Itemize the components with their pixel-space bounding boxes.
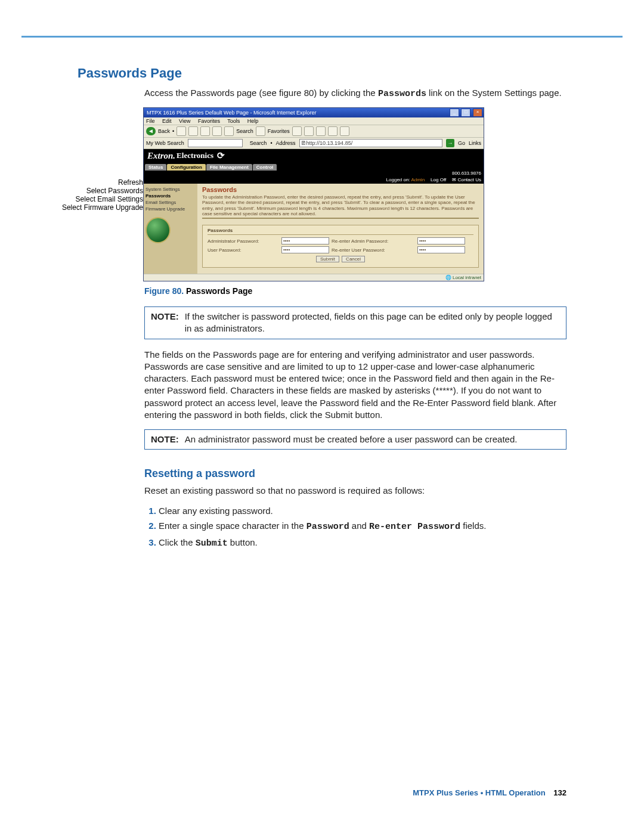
figure-callouts: Refresh Select Passwords Select Email Se… [54, 179, 143, 212]
callout-refresh: Refresh [54, 179, 143, 187]
side-menu: System Settings Passwords Email Settings… [144, 184, 197, 274]
callout-email: Select Email Settings [54, 196, 143, 204]
menu-view[interactable]: View [179, 118, 190, 124]
edit-icon[interactable] [328, 126, 338, 136]
sidemenu-firmware-upgrade[interactable]: Firmware Upgrade [145, 206, 196, 212]
tab-file-management[interactable]: File Management [206, 164, 252, 171]
favorites-label[interactable]: Favorites [268, 128, 290, 134]
contact-link[interactable]: ✉ Contact Us [452, 177, 481, 182]
print-icon[interactable] [316, 126, 326, 136]
globe-icon [145, 217, 171, 243]
note-box-2: NOTE: An administrator password must be … [144, 429, 566, 450]
menu-favorites[interactable]: Favorites [198, 118, 220, 124]
web-tabs: Status Configuration File Management Con… [144, 162, 484, 171]
step-2-password: Password [306, 522, 349, 532]
section-title: Passwords Page [78, 66, 566, 81]
brand-electronics: Electronics [177, 151, 213, 160]
brand-extron: Extron [147, 151, 173, 161]
search-label[interactable]: Search [236, 128, 253, 134]
mywebsearch-search-label[interactable]: Search [250, 140, 267, 146]
address-bar: My Web Search Search • Address 🖹 http://… [144, 138, 484, 149]
note-text-2: An administrator password must be create… [185, 433, 518, 445]
content: Passwords Page Access the Passwords page… [78, 66, 566, 551]
user-password-row: User Password: •••• Re-enter User Passwo… [208, 246, 473, 253]
submit-button[interactable]: Submit [316, 256, 339, 262]
tab-configuration[interactable]: Configuration [167, 164, 205, 171]
mywebsearch-input[interactable] [188, 139, 243, 147]
globe-refresh-icon[interactable]: ⟳ [217, 150, 225, 161]
mail-icon[interactable] [304, 126, 314, 136]
links-label[interactable]: Links [469, 140, 481, 146]
address-label: Address [276, 140, 296, 146]
zone-intranet-icon: 🌐 [445, 275, 453, 280]
minimize-button[interactable]: _ [450, 109, 459, 117]
toolbar-extra-icon[interactable] [340, 126, 349, 136]
admin-password-input[interactable]: •••• [281, 237, 329, 244]
user-password-label: User Password: [208, 247, 279, 253]
page-number: 132 [553, 788, 566, 797]
toolbar: ◄ Back • Search Favorites [144, 125, 484, 138]
note-box-1: NOTE: If the switcher is password protec… [144, 306, 566, 339]
back-button[interactable]: ◄ [146, 127, 156, 135]
admin-password-re-input[interactable]: •••• [417, 237, 465, 244]
go-button[interactable]: → [446, 139, 454, 147]
go-label[interactable]: Go [458, 140, 465, 146]
figure-text: Passwords Page [184, 286, 252, 296]
cancel-button[interactable]: Cancel [342, 256, 365, 262]
menu-file[interactable]: File [146, 118, 155, 124]
home-button[interactable] [212, 126, 222, 136]
menu-tools[interactable]: Tools [227, 118, 240, 124]
tab-control[interactable]: Control [253, 164, 277, 171]
callout-firmware: Select Firmware Upgrade [54, 204, 143, 212]
phone-number: 800.633.9876 [452, 171, 481, 176]
history-icon[interactable] [292, 126, 302, 136]
favorites-icon[interactable] [256, 126, 265, 136]
reset-steps: Clear any existing password. Enter a sin… [144, 503, 566, 552]
back-label[interactable]: Back [158, 128, 170, 134]
figure-caption: Figure 80. Passwords Page [144, 286, 566, 296]
window-controls: _ □ × [449, 109, 482, 117]
sidemenu-system-settings[interactable]: System Settings [145, 186, 196, 193]
mywebsearch-label: My Web Search [146, 140, 184, 146]
callout-passwords: Select Passwords [54, 187, 143, 196]
step-2-a: Enter a single space character in the [159, 521, 306, 531]
logged-on-user: Admin [411, 177, 425, 182]
search-icon[interactable] [224, 126, 234, 136]
stop-button[interactable] [188, 126, 198, 136]
passwords-box-title: Passwords [208, 228, 473, 235]
close-button[interactable]: × [473, 109, 482, 117]
tab-status[interactable]: Status [145, 164, 166, 171]
sidemenu-email-settings[interactable]: Email Settings [145, 199, 196, 206]
reset-heading: Resetting a password [144, 467, 566, 480]
intro-text-c: link on the System Settings page. [426, 88, 562, 98]
passwords-box: Passwords Administrator Password: •••• R… [202, 225, 479, 268]
intro-paragraph: Access the Passwords page (see figure 80… [144, 87, 566, 100]
user-password-input[interactable]: •••• [281, 246, 329, 253]
passwords-heading: Passwords [202, 186, 479, 193]
maximize-button[interactable]: □ [461, 109, 470, 117]
forward-button[interactable] [177, 126, 186, 136]
button-row: Submit Cancel [208, 256, 473, 262]
sidemenu-passwords[interactable]: Passwords [145, 193, 196, 199]
step-3-a: Click the [159, 537, 196, 547]
menu-bar: File Edit View Favorites Tools Help [144, 117, 484, 125]
status-text: Local intranet [453, 275, 481, 280]
menu-edit[interactable]: Edit [162, 118, 172, 124]
step-2: Enter a single space character in the Pa… [159, 518, 566, 535]
step-2-e: fields. [460, 521, 486, 531]
figure-80: Refresh Select Passwords Select Email Se… [54, 107, 566, 281]
reset-intro: Reset an existing password so that no pa… [144, 485, 566, 497]
sub-banner-2: Logged on: Admin Log Off ✉ Contact Us [144, 177, 484, 184]
logoff-link[interactable]: Log Off [431, 177, 446, 182]
admin-password-row: Administrator Password: •••• Re-enter Ad… [208, 237, 473, 244]
address-input[interactable]: 🖹 http://10.13.194.85/ [299, 139, 442, 147]
user-password-re-input[interactable]: •••• [417, 246, 465, 253]
step-3-submit: Submit [196, 538, 228, 549]
main-pane: Passwords To update the Administration P… [197, 184, 484, 274]
intro-text-a: Access the Passwords page (see figure 80… [144, 88, 378, 98]
ie-page-icon: 🖹 [301, 140, 306, 146]
menu-help[interactable]: Help [247, 118, 259, 124]
contact-label: Contact Us [457, 177, 481, 182]
step-1: Clear any existing password. [159, 503, 566, 519]
refresh-button[interactable] [200, 126, 210, 136]
